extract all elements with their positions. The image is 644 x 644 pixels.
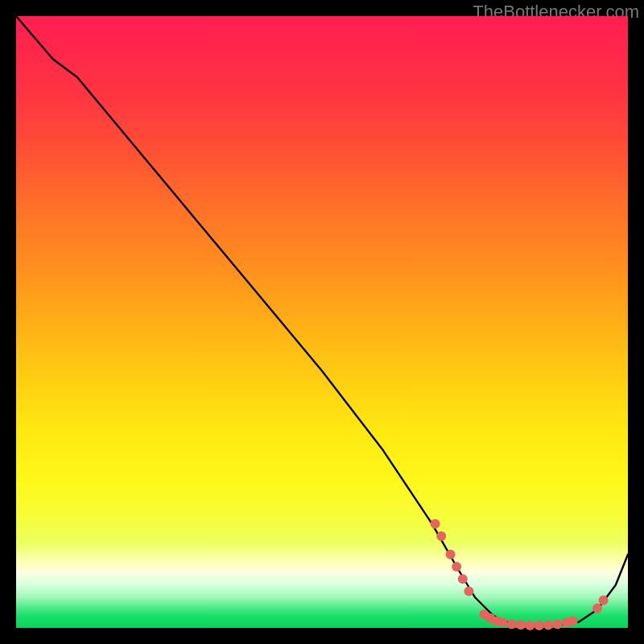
data-marker [458,574,468,584]
plot-area [16,16,628,628]
data-marker [431,519,440,529]
bottleneck-curve-path [16,16,628,625]
data-marker [446,550,456,559]
data-marker [543,621,553,630]
data-marker [525,621,535,630]
marker-layer [431,519,609,630]
chart-stage: TheBottlenecker.com [0,0,644,644]
data-marker [464,586,473,596]
data-marker [497,617,507,627]
data-marker [535,621,544,630]
data-marker [592,604,602,613]
data-marker [516,620,526,630]
data-marker [553,619,563,629]
data-marker [507,619,517,629]
data-marker [452,562,461,572]
chart-svg [16,16,628,628]
data-marker [599,596,609,605]
data-marker [436,531,446,541]
data-marker [568,617,578,626]
